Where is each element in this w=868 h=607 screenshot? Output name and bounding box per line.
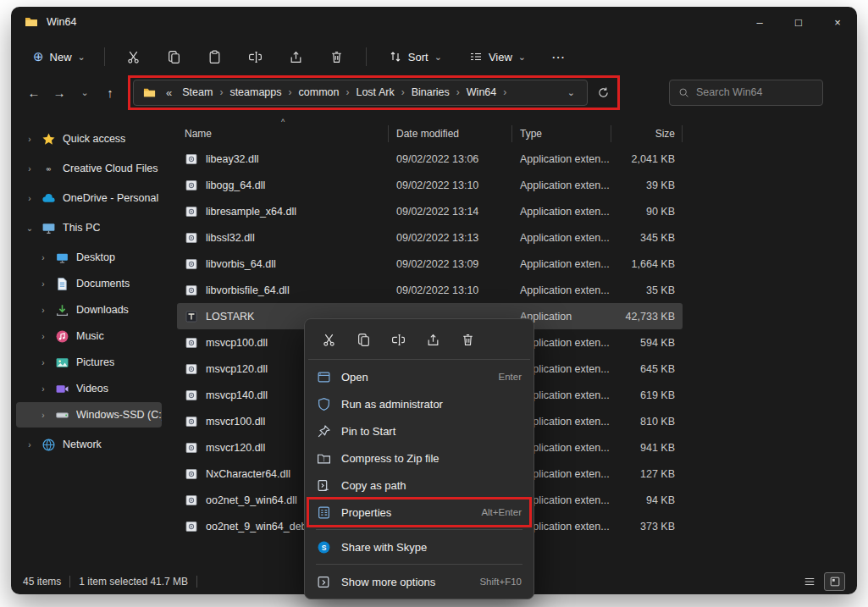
refresh-button[interactable] <box>591 80 615 104</box>
table-row[interactable]: libvorbis_64.dll 09/02/2022 13:09 Applic… <box>177 251 683 277</box>
file-size-cell: 39 KB <box>611 179 683 191</box>
file-type-cell: Application exten... <box>512 153 611 165</box>
menu-item-shortcut: Alt+Enter <box>481 507 522 517</box>
menu-item-copy-as-path[interactable]: Copy as path <box>308 472 530 499</box>
breadcrumb-item-*[interactable]: steamapps <box>224 80 287 105</box>
sidebar-item-windows-ssd-c[interactable]: › Windows-SSD (C:) <box>16 402 162 428</box>
menu-item-pin-to-start[interactable]: Pin to Start <box>308 417 530 444</box>
sidebar-item-onedrive-personal[interactable]: › OneDrive - Personal <box>16 185 162 211</box>
chevron-down-icon: ⌄ <box>518 53 526 60</box>
table-row[interactable]: libresample_x64.dll 09/02/2022 13:14 App… <box>177 198 683 224</box>
breadcrumb-item-*[interactable]: Win64 <box>461 80 502 105</box>
table-row[interactable]: libogg_64.dll 09/02/2022 13:10 Applicati… <box>177 172 683 198</box>
copy-button[interactable] <box>158 42 191 71</box>
sidebar-item-quick-access[interactable]: › Quick access <box>16 126 162 152</box>
sidebar-item-label: This PC <box>63 222 100 234</box>
menu-item-show-more-options[interactable]: Show more options Shift+F10 <box>308 568 530 595</box>
file-name: NxCharacter64.dll <box>206 468 290 480</box>
sidebar-item-videos[interactable]: › Videos <box>16 376 162 401</box>
column-label: Date modified <box>396 128 459 140</box>
sidebar-item-desktop[interactable]: › Desktop <box>16 245 162 270</box>
sidebar-item-network[interactable]: › Network <box>16 432 162 457</box>
chevron-icon[interactable]: › <box>38 306 48 315</box>
address-dropdown-button[interactable]: ⌄ <box>561 87 582 98</box>
breadcrumb-item-*[interactable]: Lost Ark <box>350 80 400 105</box>
breadcrumb-item-*[interactable]: common <box>293 80 346 105</box>
address-bar[interactable]: « Steam › steamapps › common › Lost Ark … <box>133 80 588 106</box>
table-row[interactable]: libssl32.dll 09/02/2022 13:13 Applicatio… <box>177 224 683 251</box>
drive-icon <box>55 408 69 422</box>
sidebar-item-downloads[interactable]: › Downloads <box>16 297 162 323</box>
collapsed-crumbs-button[interactable]: « <box>162 86 176 99</box>
menu-item-open[interactable]: Open Enter <box>308 363 530 390</box>
file-size-cell: 127 KB <box>611 468 683 480</box>
rename-button[interactable] <box>239 42 273 71</box>
paste-button[interactable] <box>198 42 232 71</box>
chevron-icon[interactable]: › <box>38 384 48 394</box>
chevron-icon[interactable]: › <box>25 164 35 174</box>
up-button[interactable]: ↑ <box>97 80 123 105</box>
delete-button[interactable] <box>320 42 354 71</box>
breadcrumb-item-*[interactable]: Binaries <box>406 80 456 105</box>
minimize-button[interactable]: – <box>740 7 779 37</box>
rename-button[interactable] <box>384 327 412 352</box>
chevron-icon[interactable]: ⌄ <box>25 223 35 233</box>
menu-item-run-as-administrator[interactable]: Run as administrator <box>308 390 530 417</box>
new-button[interactable]: ⊕ New ⌄ <box>23 43 96 70</box>
sort-button[interactable]: Sort ⌄ <box>380 44 451 69</box>
copy-button[interactable] <box>350 327 377 352</box>
cut-button[interactable] <box>315 327 342 352</box>
share-button[interactable] <box>279 42 313 71</box>
menu-item-share-with-skype[interactable]: Share with Skype <box>308 533 530 560</box>
forward-button[interactable]: → <box>47 80 72 105</box>
chevron-right-icon: › <box>502 86 507 98</box>
chevron-icon[interactable]: › <box>25 194 35 203</box>
chevron-icon[interactable]: › <box>38 358 48 367</box>
menu-item-label: Pin to Start <box>341 425 395 438</box>
thumbnail-view-button[interactable] <box>824 572 845 591</box>
file-name-cell: libvorbis_64.dll <box>177 257 389 271</box>
breadcrumb-item-*[interactable]: Steam <box>176 80 218 105</box>
view-button[interactable]: View ⌄ <box>461 44 534 69</box>
sidebar-item-documents[interactable]: › Documents <box>16 271 162 296</box>
details-view-button[interactable] <box>799 572 820 591</box>
dll-icon <box>185 520 198 533</box>
chevron-icon[interactable]: › <box>38 411 48 420</box>
chevron-icon[interactable]: › <box>38 332 48 341</box>
recent-locations-button[interactable]: ⌄ <box>72 80 97 105</box>
menu-item-properties[interactable]: Properties Alt+Enter <box>308 499 530 526</box>
menu-item-label: Run as administrator <box>341 398 443 411</box>
delete-icon <box>329 50 344 64</box>
folder-icon <box>25 15 38 29</box>
menu-item-compress-to-zip-file[interactable]: Compress to Zip file <box>308 444 530 472</box>
table-row[interactable]: libeay32.dll 09/02/2022 13:06 Applicatio… <box>177 146 683 172</box>
delete-button[interactable] <box>454 327 481 352</box>
cut-button[interactable] <box>117 42 151 71</box>
chevron-icon[interactable]: › <box>38 253 48 262</box>
column-header-name[interactable]: Name ^ <box>177 125 389 142</box>
column-header-type[interactable]: Type <box>512 125 611 142</box>
moreopts-icon <box>317 575 331 589</box>
sidebar-item-music[interactable]: › Music <box>16 323 162 349</box>
view-icon <box>469 50 483 63</box>
more-options-button[interactable]: ⋯ <box>539 46 578 69</box>
chevron-icon[interactable]: › <box>38 279 48 289</box>
close-button[interactable]: × <box>818 7 857 37</box>
chevron-icon[interactable]: › <box>25 440 35 450</box>
sidebar-item-creative-cloud-files[interactable]: › Creative Cloud Files <box>16 156 162 181</box>
sidebar-item-this-pc[interactable]: ⌄ This PC <box>16 215 162 240</box>
file-type-cell: Application exten... <box>512 206 611 218</box>
search-input[interactable] <box>696 86 814 98</box>
sidebar-item-pictures[interactable]: › Pictures <box>16 350 162 375</box>
table-row[interactable]: libvorbisfile_64.dll 09/02/2022 13:10 Ap… <box>177 277 683 303</box>
maximize-button[interactable]: □ <box>779 7 818 37</box>
address-row: ← → ⌄ ↑ « Steam › steamapps › common › <box>11 76 857 113</box>
status-divider <box>196 576 197 588</box>
column-header-date-modified[interactable]: Date modified <box>389 125 512 142</box>
back-button[interactable]: ← <box>21 80 47 105</box>
column-header-size[interactable]: Size <box>611 125 683 142</box>
file-name: libeay32.dll <box>206 153 259 165</box>
share-button[interactable] <box>419 327 446 352</box>
sidebar-item-label: Desktop <box>76 251 115 263</box>
chevron-icon[interactable]: › <box>25 135 35 144</box>
